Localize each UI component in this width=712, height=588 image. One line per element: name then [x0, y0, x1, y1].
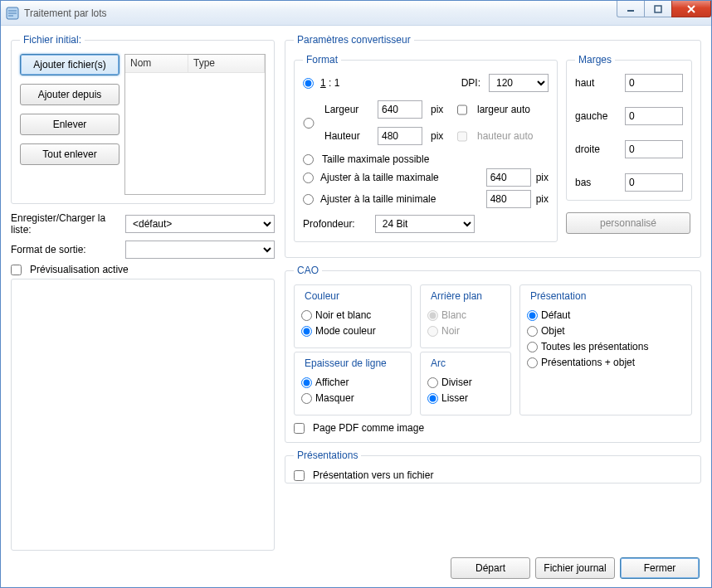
marges-legend: Marges [575, 54, 615, 66]
largeur-input[interactable] [378, 100, 422, 119]
parametres-group: Paramètres convertisseur Format 1 : 1 [285, 34, 701, 258]
client-area: Fichier initial: Ajouter fichier(s) Ajou… [1, 26, 711, 587]
hauteur-auto-checkbox [457, 131, 467, 142]
footer: Départ Fichier journal Fermer [11, 551, 701, 581]
cao-legend: CAO [294, 265, 322, 276]
window-buttons [617, 1, 711, 17]
presentations-group: Présentations Présentation vers un fichi… [285, 450, 701, 484]
svg-rect-2 [655, 6, 661, 12]
marge-gauche-label: gauche [575, 110, 618, 122]
dpi-label: DPI: [461, 77, 480, 89]
marge-bas-label: bas [575, 177, 618, 188]
fermer-button[interactable]: Fermer [620, 557, 700, 579]
col-header-type[interactable]: Type [188, 55, 265, 72]
depart-button[interactable]: Départ [451, 557, 530, 579]
pres-defaut-radio[interactable]: Défaut [527, 309, 685, 321]
titlebar: Traitement par lots [1, 1, 711, 26]
window: Traitement par lots Fichier initial: Ajo… [0, 0, 712, 588]
presentation-group: Présentation Défaut Objet Toutes les pré… [519, 284, 692, 415]
mode-couleur-radio[interactable]: Mode couleur [301, 325, 404, 337]
ajouter-fichiers-button[interactable]: Ajouter fichier(s) [20, 54, 119, 75]
ajuster-min-radio[interactable]: Ajuster à la taille minimale [303, 193, 436, 205]
presentations-legend: Présentations [294, 450, 361, 461]
window-title: Traitement par lots [24, 7, 107, 19]
close-button[interactable] [671, 1, 711, 17]
largeur-label: Largeur [324, 104, 371, 115]
parametres-legend: Paramètres convertisseur [294, 34, 414, 46]
fichiers-listview[interactable]: Nom Type [124, 54, 266, 195]
ajuster-max-radio[interactable]: Ajuster à la taille maximale [303, 172, 439, 183]
col-header-nom[interactable]: Nom [125, 55, 188, 72]
minimize-button[interactable] [617, 1, 645, 17]
size-radio[interactable] [303, 118, 315, 129]
pres-plus-objet-radio[interactable]: Présentations + objet [527, 357, 685, 368]
format-legend: Format [303, 54, 341, 66]
hauteur-auto-label: hauteur auto [477, 130, 549, 142]
diviser-radio[interactable]: Diviser [427, 377, 504, 388]
dpi-select[interactable]: 120 [489, 74, 549, 92]
pix-label-2: pix [431, 130, 451, 142]
tout-enlever-button[interactable]: Tout enlever [20, 143, 119, 165]
pdf-image-checkbox-row[interactable]: Page PDF comme image [294, 422, 692, 434]
maximize-button[interactable] [644, 1, 672, 17]
epaisseur-ligne-group: Epaisseur de ligne Afficher Masquer [294, 352, 412, 415]
hauteur-label: Hauteur [324, 130, 371, 142]
lisser-radio[interactable]: Lisser [427, 392, 504, 404]
preview-label: Prévisualisation active [30, 264, 129, 275]
fichier-initial-legend: Fichier initial: [20, 34, 85, 46]
list-header: Nom Type [125, 55, 265, 73]
fichier-journal-button[interactable]: Fichier journal [535, 557, 615, 579]
preview-checkbox-row[interactable]: Prévisualisation active [11, 264, 275, 275]
marge-droite-input[interactable] [625, 140, 683, 158]
ratio-1-1-radio[interactable]: 1 : 1 [303, 77, 339, 89]
taille-max-possible-radio[interactable]: Taille maximale possible [303, 153, 549, 165]
save-load-label: Enregister/Charger la liste: [11, 212, 119, 236]
output-format-select[interactable] [125, 241, 275, 259]
arriere-plan-group: Arrière plan Blanc Noir [420, 284, 511, 348]
fichier-initial-group: Fichier initial: Ajouter fichier(s) Ajou… [11, 34, 275, 204]
marge-bas-input[interactable] [625, 173, 683, 192]
enlever-button[interactable]: Enlever [20, 114, 119, 135]
arc-group: Arc Diviser Lisser [420, 352, 511, 415]
pix-label-1: pix [431, 104, 451, 115]
output-format-label: Format de sortie: [11, 244, 119, 255]
marge-haut-label: haut [575, 77, 618, 89]
afficher-radio[interactable]: Afficher [301, 377, 404, 388]
largeur-auto-checkbox[interactable] [457, 104, 467, 115]
preview-area [11, 279, 275, 551]
pres-objet-radio[interactable]: Objet [527, 325, 685, 337]
format-group: Format 1 : 1 DPI: 120 [294, 54, 558, 242]
largeur-auto-label: largeur auto [477, 104, 549, 115]
marge-droite-label: droite [575, 143, 618, 155]
ajouter-depuis-button[interactable]: Ajouter depuis [20, 84, 119, 105]
noir-blanc-radio[interactable]: Noir et blanc [301, 309, 404, 321]
presentation-vers-fichier-checkbox[interactable] [294, 470, 305, 481]
save-load-select[interactable]: <défaut> [125, 215, 275, 233]
masquer-radio[interactable]: Masquer [301, 392, 404, 404]
marge-gauche-input[interactable] [625, 107, 683, 125]
personnalise-button: personnalisé [566, 212, 690, 234]
hauteur-input[interactable] [378, 127, 422, 145]
noir-radio: Noir [427, 325, 504, 337]
pdf-image-checkbox[interactable] [294, 423, 305, 434]
profondeur-label: Profondeur: [303, 218, 355, 230]
blanc-radio: Blanc [427, 309, 504, 321]
app-icon [6, 7, 19, 20]
preview-checkbox[interactable] [11, 265, 22, 275]
presentation-vers-fichier-row[interactable]: Présentation vers un fichier [294, 469, 692, 481]
marges-group: Marges haut gauche droite bas [566, 54, 692, 201]
pres-toutes-radio[interactable]: Toutes les présentations [527, 341, 685, 352]
profondeur-select[interactable]: 24 Bit [375, 215, 475, 233]
ajuster-min-input[interactable] [486, 190, 531, 208]
ajuster-max-input[interactable] [486, 168, 531, 187]
cao-group: CAO Couleur Noir et blanc Mode couleur E… [285, 265, 701, 443]
couleur-group: Couleur Noir et blanc Mode couleur [294, 284, 412, 348]
marge-haut-input[interactable] [625, 74, 683, 92]
